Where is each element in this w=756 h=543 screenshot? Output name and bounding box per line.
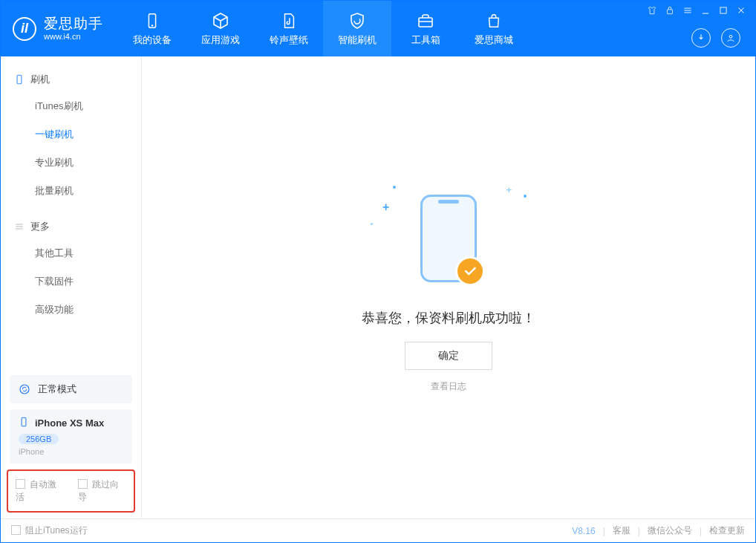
sidebar-group-flash: 刷机 xyxy=(1,67,141,92)
footer-check-update[interactable]: 检查更新 xyxy=(709,524,745,537)
view-log-link[interactable]: 查看日志 xyxy=(431,380,466,393)
spark-icon xyxy=(393,186,396,189)
checkbox-icon xyxy=(11,525,21,535)
svg-rect-8 xyxy=(22,417,26,426)
checkbox-icon xyxy=(16,479,25,489)
logo-icon: il xyxy=(13,17,36,41)
list-icon xyxy=(14,221,25,232)
app-site: www.i4.cn xyxy=(44,32,103,42)
checkbox-icon xyxy=(78,479,88,489)
music-file-icon xyxy=(279,11,299,30)
sync-icon xyxy=(19,383,30,395)
mode-label: 正常模式 xyxy=(38,383,76,396)
device-icon xyxy=(143,11,162,30)
device-name: iPhone XS Max xyxy=(35,417,104,429)
tab-toolbox[interactable]: 工具箱 xyxy=(391,1,460,56)
phone-small-icon xyxy=(19,417,29,429)
tab-my-device[interactable]: 我的设备 xyxy=(118,1,186,56)
options-box: 自动激活 跳过向导 xyxy=(7,469,135,513)
sidebar-item-other-tools[interactable]: 其他工具 xyxy=(1,239,141,267)
footer: 阻止iTunes运行 V8.16 | 客服 | 微信公众号 | 检查更新 xyxy=(1,518,755,542)
toolbox-icon xyxy=(416,11,435,30)
svg-rect-6 xyxy=(17,75,22,84)
tab-label: 我的设备 xyxy=(133,33,172,47)
footer-support[interactable]: 客服 xyxy=(613,524,630,537)
profile-icon[interactable] xyxy=(721,28,740,48)
svg-point-7 xyxy=(20,385,29,394)
device-storage-badge: 256GB xyxy=(19,434,59,444)
header-right xyxy=(647,1,755,56)
body: 刷机 iTunes刷机 一键刷机 专业刷机 批量刷机 更多 其他工具 下载固件 … xyxy=(1,56,755,518)
version-label: V8.16 xyxy=(572,526,595,536)
check-badge-icon xyxy=(455,256,485,286)
sidebar-item-oneclick-flash[interactable]: 一键刷机 xyxy=(1,120,141,149)
tab-label: 工具箱 xyxy=(411,33,440,47)
tab-apps-games[interactable]: 应用游戏 xyxy=(186,1,255,56)
phone-illustration xyxy=(420,195,477,282)
ok-button[interactable]: 确定 xyxy=(405,342,492,370)
tab-ringtone-wallpaper[interactable]: 铃声壁纸 xyxy=(255,1,323,56)
spark-icon xyxy=(371,223,373,225)
spark-icon xyxy=(524,195,527,198)
shield-refresh-icon xyxy=(348,11,367,30)
sidebar-group-more: 更多 xyxy=(1,214,141,239)
minimize-icon[interactable] xyxy=(700,5,711,16)
tab-label: 智能刷机 xyxy=(338,33,377,47)
svg-point-5 xyxy=(729,35,732,38)
app-name: 爱思助手 xyxy=(44,16,103,33)
sidebar-item-batch-flash[interactable]: 批量刷机 xyxy=(1,177,141,205)
sidebar-bottom: 正常模式 iPhone XS Max 256GB iPhone 自动激活 跳过向… xyxy=(1,369,141,518)
svg-point-1 xyxy=(151,25,153,26)
download-icon[interactable] xyxy=(691,28,711,48)
mode-box[interactable]: 正常模式 xyxy=(10,375,132,403)
sidebar: 刷机 iTunes刷机 一键刷机 专业刷机 批量刷机 更多 其他工具 下载固件 … xyxy=(1,56,142,518)
sidebar-item-pro-flash[interactable]: 专业刷机 xyxy=(1,149,141,177)
svg-rect-4 xyxy=(720,7,726,13)
bag-icon xyxy=(484,11,504,30)
close-icon[interactable] xyxy=(736,5,746,16)
user-controls xyxy=(691,21,755,48)
tab-smart-flash[interactable]: 智能刷机 xyxy=(323,1,391,56)
window-controls xyxy=(647,1,755,16)
tshirt-icon[interactable] xyxy=(647,5,657,16)
logo: il 爱思助手 www.i4.cn xyxy=(1,1,118,56)
svg-rect-3 xyxy=(668,10,673,14)
sidebar-item-advanced[interactable]: 高级功能 xyxy=(1,296,141,324)
main-panel: + + 恭喜您，保资料刷机成功啦！ 确定 查看日志 xyxy=(142,56,755,518)
footer-wechat[interactable]: 微信公众号 xyxy=(648,524,692,537)
opt-block-itunes[interactable]: 阻止iTunes运行 xyxy=(11,524,88,537)
success-message: 恭喜您，保资料刷机成功啦！ xyxy=(362,309,535,327)
device-box[interactable]: iPhone XS Max 256GB iPhone xyxy=(10,409,132,464)
plus-icon: + xyxy=(382,201,389,214)
phone-icon xyxy=(14,74,25,85)
device-type: iPhone xyxy=(19,447,123,456)
success-illustration: + + xyxy=(393,183,504,294)
app-window: il 爱思助手 www.i4.cn 我的设备 应用游戏 xyxy=(0,0,756,543)
tab-label: 铃声壁纸 xyxy=(270,33,308,47)
opt-skip-guide[interactable]: 跳过向导 xyxy=(78,478,127,504)
lock-icon[interactable] xyxy=(665,5,675,16)
maximize-icon[interactable] xyxy=(718,5,729,16)
sidebar-group-title: 更多 xyxy=(30,220,50,233)
sidebar-item-download-firmware[interactable]: 下载固件 xyxy=(1,267,141,296)
sidebar-group-title: 刷机 xyxy=(30,73,50,86)
tab-label: 爱思商城 xyxy=(475,33,513,47)
opt-auto-activate[interactable]: 自动激活 xyxy=(16,478,65,504)
plus-icon: + xyxy=(506,184,512,195)
cube-icon xyxy=(211,11,230,30)
main-tabs: 我的设备 应用游戏 铃声壁纸 智能刷机 xyxy=(118,1,528,56)
tab-label: 应用游戏 xyxy=(201,33,240,47)
sidebar-item-itunes-flash[interactable]: iTunes刷机 xyxy=(1,92,141,120)
header: il 爱思助手 www.i4.cn 我的设备 应用游戏 xyxy=(1,1,755,56)
menu-icon[interactable] xyxy=(682,5,693,16)
svg-rect-2 xyxy=(419,18,432,27)
tab-store[interactable]: 爱思商城 xyxy=(460,1,528,56)
